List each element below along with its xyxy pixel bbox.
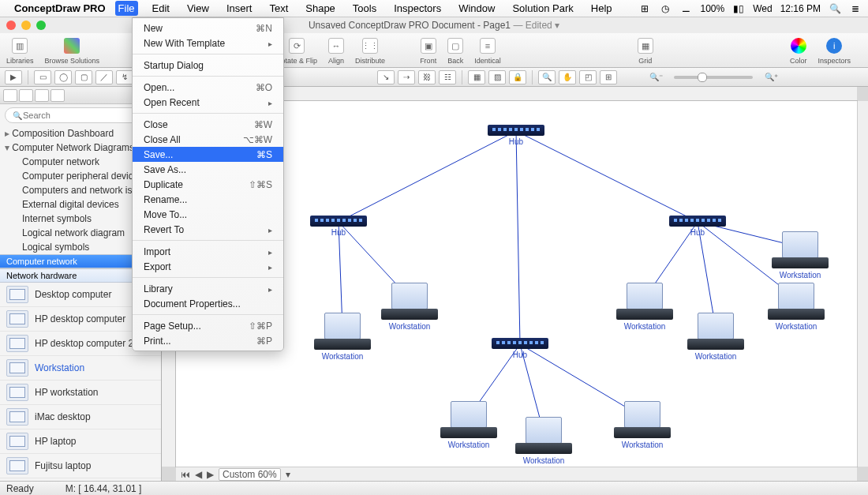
rounded-tool[interactable]: ▢ [75, 70, 92, 84]
toolbar-identical[interactable]: ≡Identical [474, 36, 501, 65]
workstation-node[interactable]: Workstation [381, 283, 438, 331]
workstation-node[interactable]: Workstation [314, 313, 371, 361]
toolbar-front[interactable]: ▣Front [420, 36, 436, 65]
pointer-tool[interactable]: ▶ [5, 70, 22, 84]
smart-connect-tool[interactable]: ⇢ [398, 70, 415, 84]
align-icon[interactable]: ↔ [328, 38, 344, 54]
library-shape-item[interactable]: Workstation [0, 356, 161, 381]
rotate-icon[interactable]: ⟳ [289, 38, 305, 54]
line-tool[interactable]: ／ [95, 70, 113, 84]
app-name[interactable]: ConceptDraw PRO [14, 2, 106, 14]
rect-tool[interactable]: ▭ [34, 70, 51, 84]
menu-item-revert-to[interactable]: Revert To [133, 222, 283, 237]
front-icon[interactable]: ▣ [421, 38, 436, 54]
crop-tool[interactable]: ◰ [579, 70, 597, 84]
workstation-node[interactable]: Workstation [616, 283, 673, 331]
color-wheel-icon[interactable] [791, 38, 806, 54]
toolbar-libraries[interactable]: ▥Libraries [6, 36, 34, 65]
zoom-out-icon[interactable]: 🔍⁻ [647, 70, 664, 84]
zoom-slider[interactable] [674, 76, 753, 79]
distribute-icon[interactable]: ⋮⋮ [362, 38, 378, 54]
menu-item-export[interactable]: Export [133, 259, 283, 274]
zoom-chevron-icon[interactable]: ▾ [286, 469, 290, 480]
identical-icon[interactable]: ≡ [480, 38, 496, 54]
menu-view[interactable]: View [184, 1, 212, 16]
page-nav-icon[interactable]: ◀ [195, 469, 202, 480]
hub-node[interactable]: Hub [669, 216, 726, 237]
ungroup-tool[interactable]: ▨ [488, 70, 506, 84]
menu-inspectors[interactable]: Inspectors [391, 1, 444, 16]
traffic-lights[interactable] [6, 21, 46, 30]
menu-item-print[interactable]: Print...⌘P [133, 333, 283, 348]
grid-icon[interactable]: ▦ [638, 38, 653, 54]
page-nav-icon[interactable]: ⏮ [181, 469, 190, 480]
hub-node[interactable]: Hub [488, 125, 544, 146]
panel-tab[interactable] [3, 89, 17, 102]
back-icon[interactable]: ▢ [447, 38, 463, 54]
library-shape-item[interactable]: iMac desktop [0, 405, 161, 429]
workstation-node[interactable]: Workstation [772, 231, 829, 279]
tree-tool[interactable]: ☷ [439, 70, 456, 84]
arrow-connect-tool[interactable]: ↘ [377, 70, 395, 84]
menu-help[interactable]: Help [588, 1, 615, 16]
toolbar-back[interactable]: ▢Back [447, 36, 463, 65]
zoom-window-icon[interactable] [36, 21, 46, 30]
workstation-node[interactable]: Workstation [687, 313, 744, 361]
libraries-icon[interactable]: ▥ [12, 38, 28, 54]
menu-item-library[interactable]: Library [133, 281, 283, 296]
toolbar-color[interactable]: Color [790, 36, 807, 65]
menu-item-new-with-template[interactable]: New With Template [133, 36, 283, 51]
toolbar-align[interactable]: ↔Align [328, 36, 344, 65]
snap-tool[interactable]: ⊞ [600, 70, 617, 84]
control-center-icon[interactable]: ⊞ [638, 3, 651, 14]
clock-icon[interactable]: ◷ [659, 3, 672, 14]
menu-item-page-setup[interactable]: Page Setup...⇧⌘P [133, 318, 283, 333]
menu-item-import[interactable]: Import [133, 244, 283, 259]
wifi-icon[interactable]: ⚊ [679, 3, 692, 14]
panel-tab[interactable] [51, 89, 65, 102]
menu-item-new[interactable]: New⌘N [133, 21, 283, 36]
page-nav-icon[interactable]: ▶ [207, 469, 214, 480]
menu-item-close[interactable]: Close⌘W [133, 117, 283, 132]
solutions-icon[interactable] [64, 38, 80, 54]
workstation-node[interactable]: Workstation [515, 417, 572, 465]
library-shape-item[interactable]: Fujitsu laptop [0, 454, 161, 478]
menu-extra-icon[interactable]: ≣ [849, 3, 862, 14]
menu-item-move-to[interactable]: Move To... [133, 207, 283, 222]
workstation-node[interactable]: Workstation [440, 401, 497, 449]
zoom-in-tool[interactable]: 🔍 [538, 70, 556, 84]
chain-tool[interactable]: ⛓ [418, 70, 436, 84]
hub-node[interactable]: Hub [310, 216, 367, 237]
workstation-node[interactable]: Workstation [614, 401, 671, 449]
hand-tool[interactable]: ✋ [559, 70, 576, 84]
info-icon[interactable]: i [826, 38, 842, 54]
panel-tab[interactable] [19, 89, 33, 102]
toolbar-grid[interactable]: ▦Grid [638, 36, 653, 65]
panel-tab[interactable] [35, 89, 49, 102]
hub-node[interactable]: Hub [492, 338, 548, 359]
connector-tool[interactable]: ↯ [116, 70, 133, 84]
menu-item-save-as[interactable]: Save As... [133, 162, 283, 177]
workstation-node[interactable]: Workstation [768, 283, 825, 331]
menu-item-rename[interactable]: Rename... [133, 192, 283, 207]
close-window-icon[interactable] [6, 21, 16, 30]
menu-shape[interactable]: Shape [302, 1, 339, 16]
toolbar-distribute[interactable]: ⋮⋮Distribute [355, 36, 385, 65]
ellipse-tool[interactable]: ◯ [54, 70, 72, 84]
menu-item-close-all[interactable]: Close All⌥⌘W [133, 132, 283, 147]
menu-item-startup-dialog[interactable]: Startup Dialog [133, 58, 283, 73]
group-tool[interactable]: ▦ [468, 70, 485, 84]
menu-item-open[interactable]: Open...⌘O [133, 80, 283, 95]
menu-item-duplicate[interactable]: Duplicate⇧⌘S [133, 177, 283, 192]
vertical-scrollbar[interactable] [857, 101, 868, 467]
minimize-window-icon[interactable] [21, 21, 31, 30]
horizontal-scrollbar[interactable]: ⏮ ◀ ▶ Custom 60% ▾ [176, 467, 857, 481]
library-shape-item[interactable]: HP laptop [0, 429, 161, 454]
zoom-in-icon[interactable]: 🔍⁺ [762, 70, 780, 84]
battery-icon[interactable]: ▮▯ [732, 3, 745, 14]
menu-solution-park[interactable]: Solution Park [509, 1, 576, 16]
menu-text[interactable]: Text [266, 1, 291, 16]
menu-item-open-recent[interactable]: Open Recent [133, 95, 283, 110]
menu-file[interactable]: File [115, 1, 138, 16]
library-shape-item[interactable]: HP workstation [0, 381, 161, 405]
